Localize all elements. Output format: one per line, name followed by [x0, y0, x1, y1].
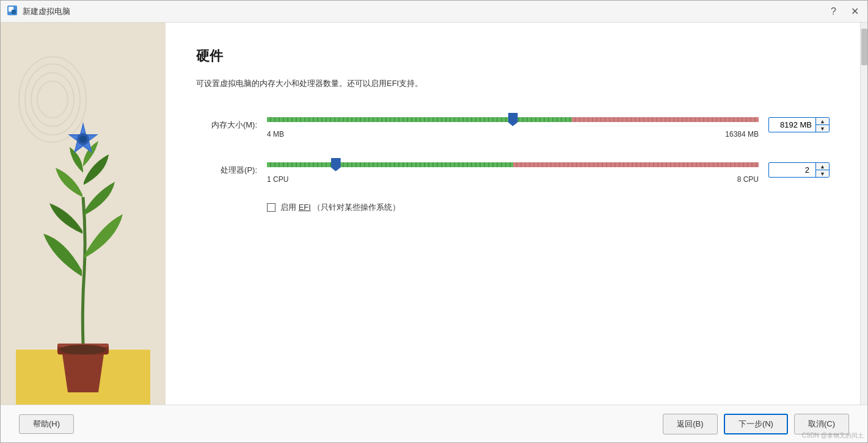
memory-spinbox-up[interactable]: ▲: [816, 118, 829, 125]
memory-max-label: 16384 MB: [725, 130, 759, 139]
memory-track-red: [572, 117, 759, 122]
svg-point-10: [60, 345, 106, 355]
svg-rect-2: [12, 10, 16, 14]
processor-spinbox-down[interactable]: ▼: [816, 170, 829, 177]
svg-point-6: [37, 81, 68, 118]
help-button[interactable]: 帮助(H): [19, 414, 74, 434]
efi-checkbox[interactable]: [267, 203, 275, 212]
title-bar-controls: ? ✕: [828, 7, 861, 16]
memory-slider-labels: 4 MB 16384 MB: [267, 130, 759, 139]
processor-spinbox-up[interactable]: ▲: [816, 163, 829, 170]
processor-min-label: 1 CPU: [267, 175, 288, 184]
memory-spinbox-value[interactable]: 8192 MB: [769, 118, 815, 132]
processor-slider-thumb[interactable]: [331, 158, 341, 171]
scrollbar-thumb[interactable]: [861, 29, 867, 65]
window-title: 新建虚拟电脑: [23, 6, 70, 17]
processor-slider-track: [267, 162, 759, 167]
efi-label: 启用 EFI （只针对某些操作系统）: [280, 202, 400, 213]
back-button[interactable]: 返回(B): [663, 414, 718, 434]
window-icon: [7, 5, 18, 18]
memory-row: 内存大小(M):: [196, 112, 830, 139]
memory-spinbox-down[interactable]: ▼: [816, 125, 829, 132]
processor-row: 处理器(P):: [196, 157, 830, 184]
help-button[interactable]: ?: [828, 7, 839, 16]
memory-thumb-shape: [508, 113, 518, 126]
memory-spinbox[interactable]: 8192 MB ▲ ▼: [768, 117, 830, 132]
bottom-bar: 帮助(H) 返回(B) 下一步(N) 取消(C): [1, 405, 867, 442]
processor-track-red: [513, 162, 759, 167]
bottom-left: 帮助(H): [19, 414, 74, 434]
processor-spinbox[interactable]: 2 ▲ ▼: [768, 162, 830, 178]
watermark: CSDN @拿钢叉的闰土: [802, 431, 864, 440]
main-content: 硬件 可设置虚拟电脑的内存大小和处理器数量。还可以启用EFI支持。 内存大小(M…: [1, 23, 867, 405]
main-window: 新建虚拟电脑 ? ✕: [0, 0, 868, 443]
processor-label: 处理器(P):: [196, 165, 257, 176]
memory-min-label: 4 MB: [267, 130, 284, 139]
memory-slider-track: [267, 117, 759, 122]
illustration: [1, 23, 166, 405]
svg-point-14: [79, 135, 87, 143]
efi-underline: EFI: [299, 203, 311, 212]
left-panel: [1, 23, 166, 405]
memory-spinbox-buttons: ▲ ▼: [815, 118, 829, 132]
page-description: 可设置虚拟电脑的内存大小和处理器数量。还可以启用EFI支持。: [196, 77, 830, 90]
svg-point-4: [25, 64, 80, 135]
memory-track-green: [267, 117, 572, 122]
close-button[interactable]: ✕: [848, 7, 861, 16]
next-button[interactable]: 下一步(N): [724, 414, 788, 434]
title-bar-left: 新建虚拟电脑: [7, 5, 70, 18]
processor-track-green: [267, 162, 513, 167]
processor-thumb-shape: [331, 158, 341, 171]
efi-row[interactable]: 启用 EFI （只针对某些操作系统）: [267, 202, 830, 213]
processor-spinbox-buttons: ▲ ▼: [815, 163, 829, 177]
memory-label: 内存大小(M):: [196, 120, 257, 131]
processor-spinbox-value[interactable]: 2: [769, 163, 815, 177]
processor-slider-container: 1 CPU 8 CPU: [267, 157, 759, 184]
memory-slider-thumb[interactable]: [508, 113, 518, 126]
right-scrollbar[interactable]: [860, 23, 867, 405]
svg-point-3: [19, 57, 86, 142]
processor-slider-track-wrapper[interactable]: [267, 157, 759, 173]
right-panel: 硬件 可设置虚拟电脑的内存大小和处理器数量。还可以启用EFI支持。 内存大小(M…: [166, 23, 860, 405]
page-title: 硬件: [196, 47, 830, 65]
processor-slider-labels: 1 CPU 8 CPU: [267, 175, 759, 184]
memory-slider-container: 4 MB 16384 MB: [267, 112, 759, 139]
processor-max-label: 8 CPU: [737, 175, 759, 184]
title-bar: 新建虚拟电脑 ? ✕: [1, 1, 867, 23]
memory-slider-track-wrapper[interactable]: [267, 112, 759, 128]
